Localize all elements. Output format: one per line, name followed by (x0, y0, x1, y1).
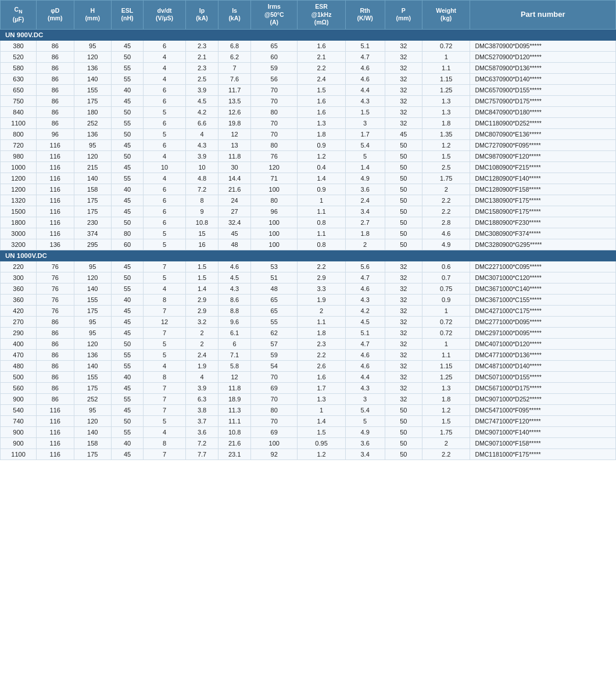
table-row: 630861405542.57.6562.44.6321.15DMC637090… (1, 73, 616, 84)
table-row: 480861405541.95.8542.64.6321.15DMC487100… (1, 360, 616, 371)
table-cell: 136 (74, 128, 111, 139)
table-cell: DMC2771000*D095***** (470, 316, 616, 327)
table-row: 12001161584067.221.61000.93.6502DMC12809… (1, 184, 616, 195)
table-row: 1100862525566.619.8701.33321.8DMC1180900… (1, 117, 616, 128)
table-row: 560861754573.911.8691.74.3321.3DMC567100… (1, 382, 616, 393)
table-cell: 1.5 (186, 272, 219, 283)
table-cell: DMC6570900*D155***** (470, 84, 616, 95)
table-cell: 116 (37, 206, 74, 217)
table-cell: 230 (74, 217, 111, 228)
table-cell: DMC2971000*D095***** (470, 327, 616, 338)
table-cell: 86 (37, 371, 74, 382)
table-cell: 1.7 (345, 128, 385, 139)
table-cell: 116 (37, 217, 74, 228)
table-cell: 1.2 (298, 150, 345, 161)
header-Rth: Rth(K/W) (345, 1, 385, 30)
table-cell: 86 (37, 393, 74, 404)
table-cell: 0.6 (422, 261, 470, 272)
table-cell: 0.9 (422, 294, 470, 305)
table-cell: 800 (1, 128, 37, 139)
table-cell: 12 (144, 316, 186, 327)
table-cell: 116 (37, 415, 74, 426)
table-cell: 4 (144, 150, 186, 161)
table-cell: 65 (251, 305, 298, 316)
table-cell: 1320 (1, 195, 37, 206)
table-cell: 7 (144, 382, 186, 393)
table-cell: 360 (1, 283, 37, 294)
table-cell: 1.5 (422, 415, 470, 426)
table-cell: 80 (251, 106, 298, 117)
table-cell: 6 (144, 84, 186, 95)
table-cell: 4.4 (345, 371, 385, 382)
table-cell: 5 (144, 128, 186, 139)
table-cell: 4 (144, 283, 186, 294)
table-cell: 5.6 (345, 261, 385, 272)
table-cell: 86 (37, 73, 74, 84)
table-cell: 900 (1, 437, 37, 448)
header-ESR: ESR@1kHz(mΩ) (298, 1, 345, 30)
table-cell: 86 (37, 327, 74, 338)
table-cell: 1.8 (422, 393, 470, 404)
table-cell: 8 (186, 195, 219, 206)
table-cell: 720 (1, 139, 37, 150)
table-cell: 76 (37, 283, 74, 294)
table-cell: 45 (385, 128, 422, 139)
table-cell: 96 (37, 128, 74, 139)
table-cell: 2.3 (298, 338, 345, 349)
table-cell: 7.1 (219, 349, 251, 360)
table-cell: 0.95 (298, 437, 345, 448)
table-cell: 2 (186, 338, 219, 349)
table-cell: 32 (385, 51, 422, 62)
table-cell: 3.3 (298, 283, 345, 294)
table-cell: 3.8 (186, 404, 219, 415)
table-cell: 50 (385, 161, 422, 173)
table-cell: DMC1080900*F215***** (470, 161, 616, 173)
table-cell: 1.4 (345, 161, 385, 173)
table-cell: DMC1180900*D252***** (470, 117, 616, 128)
table-cell: 4.2 (345, 305, 385, 316)
table-cell: 2.2 (298, 261, 345, 272)
table-cell: 5 (345, 150, 385, 161)
table-row: 180011623050610.832.41000.82.7502.8DMC18… (1, 217, 616, 228)
table-cell: 55 (111, 173, 143, 184)
table-cell: 136 (37, 239, 74, 250)
table-cell: 750 (1, 95, 37, 106)
table-cell: 1.4 (298, 415, 345, 426)
table-cell: 100 (251, 184, 298, 195)
section-header-row: UN 900V.DC (1, 29, 616, 40)
table-cell: 4.6 (345, 73, 385, 84)
main-table: CN(µF) φD(mm) H(mm) ESL(nH) dv/dt(V/µS) … (0, 0, 616, 460)
table-cell: 6.8 (219, 40, 251, 51)
table-cell: 4 (144, 426, 186, 437)
table-cell: DMC5671000*D175***** (470, 382, 616, 393)
table-cell: 96 (251, 206, 298, 217)
table-cell: 1200 (1, 173, 37, 184)
table-cell: 2.9 (186, 294, 219, 305)
table-cell: 70 (251, 128, 298, 139)
table-cell: 300 (1, 272, 37, 283)
table-cell: 900 (1, 393, 37, 404)
table-row: 9801161205043.911.8761.25501.5DMC9870900… (1, 150, 616, 161)
table-cell: 155 (74, 371, 111, 382)
table-cell: 32 (385, 117, 422, 128)
table-cell: 1.5 (422, 150, 470, 161)
table-cell: 50 (111, 338, 143, 349)
table-cell: 6 (144, 195, 186, 206)
table-cell: 2.9 (186, 305, 219, 316)
table-cell: 155 (74, 294, 111, 305)
header-partno: Part number (470, 1, 616, 30)
table-cell: 7 (144, 404, 186, 415)
table-cell: 2 (345, 239, 385, 250)
table-cell: 1000 (1, 161, 37, 173)
table-cell: 40 (111, 371, 143, 382)
table-cell: 45 (111, 40, 143, 51)
table-cell: 86 (37, 349, 74, 360)
table-cell: 4.3 (219, 283, 251, 294)
table-cell: 86 (37, 316, 74, 327)
table-cell: 140 (74, 426, 111, 437)
table-cell: 116 (37, 426, 74, 437)
table-cell: 40 (111, 437, 143, 448)
table-cell: 21.6 (219, 437, 251, 448)
table-cell: 0.8 (298, 239, 345, 250)
table-cell: 1.25 (422, 84, 470, 95)
